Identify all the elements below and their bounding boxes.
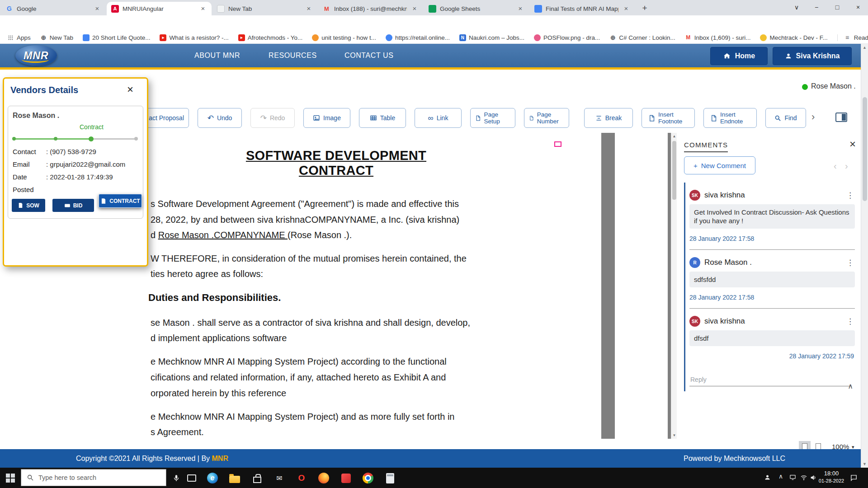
tab-close-icon[interactable]: × xyxy=(622,5,630,13)
bookmark-csharp-corner[interactable]: ⊕C# Corner : Lookin... xyxy=(609,34,675,41)
editor-scrollbar[interactable]: ▲ ▼ xyxy=(671,133,677,439)
taskbar-clock[interactable]: 18:00 01-28-2022 xyxy=(817,470,845,484)
tab-search-caret-icon[interactable]: ∨ xyxy=(787,0,807,14)
reply-input[interactable] xyxy=(689,373,852,386)
document-page[interactable]: SOFTWARE DEVELOPMENT CONTRACT s Software… xyxy=(148,133,601,439)
find-button[interactable]: Find xyxy=(765,108,806,128)
nav-contact-us[interactable]: CONTACT US xyxy=(344,44,394,67)
slider-dot[interactable] xyxy=(134,137,138,141)
tab-mnruiangular[interactable]: A MNRUIAngular × xyxy=(107,2,212,15)
comment-menu-icon[interactable]: ⋮ xyxy=(846,317,854,326)
insert-footnote-button[interactable]: Insert Footnote xyxy=(642,108,695,128)
bookmark-new-tab[interactable]: ⊕New Tab xyxy=(40,34,73,41)
mail-icon[interactable]: ✉ xyxy=(274,473,285,483)
page-number-button[interactable]: Page Number xyxy=(524,108,569,128)
store-icon[interactable] xyxy=(252,473,263,483)
site-favicon xyxy=(312,34,319,41)
start-button[interactable] xyxy=(6,474,15,483)
contract-button[interactable]: CONTRACT xyxy=(99,194,142,208)
image-button[interactable]: Image xyxy=(303,108,350,128)
edge-icon[interactable]: e xyxy=(207,473,218,483)
tab-close-icon[interactable]: × xyxy=(516,5,524,13)
bookmark-posflow[interactable]: POSFlow.png - dra... xyxy=(534,34,600,41)
link-button[interactable]: ∞Link xyxy=(415,108,462,128)
mic-icon[interactable] xyxy=(171,473,182,483)
vendor-progress-slider[interactable] xyxy=(13,136,137,141)
bookmark-naukri[interactable]: NNaukri.com – Jobs... xyxy=(459,34,524,41)
action-center-icon[interactable] xyxy=(850,474,858,483)
opera-icon[interactable]: O xyxy=(296,473,307,483)
footer-brand[interactable]: MNR xyxy=(212,455,228,462)
tray-expand-chevron-icon[interactable]: ∧ xyxy=(778,473,783,480)
tab-close-icon[interactable]: × xyxy=(93,5,101,13)
browser-scrollbar[interactable]: ▲ ▼ xyxy=(861,44,868,468)
taskbar-search[interactable] xyxy=(21,469,166,486)
tab-close-icon[interactable]: × xyxy=(305,5,313,13)
table-button[interactable]: Table xyxy=(359,108,406,128)
side-panel-toggle-icon[interactable] xyxy=(835,113,847,122)
task-view-button[interactable] xyxy=(186,473,197,483)
comments-next-chevron[interactable]: › xyxy=(845,161,848,171)
bookmark-retail-online[interactable]: https://retail.online... xyxy=(386,34,450,41)
calculator-icon[interactable] xyxy=(385,473,396,483)
new-tab-button[interactable]: + xyxy=(638,2,651,15)
browser-scrollbar-thumb[interactable] xyxy=(863,97,867,201)
firefox-icon[interactable] xyxy=(318,473,329,483)
slider-dot[interactable] xyxy=(54,137,57,141)
slider-dot[interactable] xyxy=(12,137,16,141)
nav-resources[interactable]: RESOURCES xyxy=(269,44,317,67)
bookmark-inbox[interactable]: MInbox (1,609) - suri... xyxy=(685,34,751,41)
home-button[interactable]: Home xyxy=(710,47,768,65)
file-explorer-icon[interactable] xyxy=(229,473,240,483)
comment-menu-icon[interactable]: ⋮ xyxy=(846,191,854,200)
bookmark-unit-testing[interactable]: unit testing - how t... xyxy=(312,34,376,41)
scroll-up-icon[interactable]: ▲ xyxy=(861,45,868,50)
scroll-up-icon[interactable]: ▲ xyxy=(671,134,677,138)
insert-endnote-button[interactable]: Insert Endnote xyxy=(703,108,757,128)
people-tray-icon[interactable] xyxy=(764,474,771,483)
bookmark-resistor[interactable]: ▸What is a resistor? -... xyxy=(160,34,228,41)
chrome-icon[interactable] xyxy=(363,473,373,483)
comments-collapse-chevron-icon[interactable]: ∧ xyxy=(848,382,853,390)
new-comment-button[interactable]: + New Comment xyxy=(684,156,755,174)
page-setup-button[interactable]: Page Setup xyxy=(470,108,515,128)
comments-close-icon[interactable]: × xyxy=(849,138,856,150)
tab-new-tab[interactable]: New Tab × xyxy=(212,2,317,15)
break-button[interactable]: Break xyxy=(584,108,633,128)
sow-button[interactable]: SOW xyxy=(12,199,45,212)
user-button[interactable]: Siva Krishna xyxy=(773,47,852,65)
nav-about-mnr[interactable]: ABOUT MNR xyxy=(194,44,240,67)
comments-prev-chevron[interactable]: ‹ xyxy=(834,161,837,171)
window-close-button[interactable]: × xyxy=(848,0,868,14)
tab-close-icon[interactable]: × xyxy=(199,5,207,13)
bookmark-mechtrack[interactable]: Mechtrack - Dev - F... xyxy=(760,34,827,41)
mnr-logo[interactable]: MNR xyxy=(15,45,57,66)
tab-google[interactable]: G Google × xyxy=(1,2,106,15)
comment-marker-icon[interactable] xyxy=(554,141,561,147)
window-maximize-button[interactable]: □ xyxy=(827,0,847,14)
tab-final-tests[interactable]: Final Tests of MNR AI Mapping S × xyxy=(530,2,635,15)
bookmark-quotes[interactable]: 20 Short Life Quote... xyxy=(83,34,150,41)
tab-close-icon[interactable]: × xyxy=(410,5,419,13)
reading-list-button[interactable]: ≡Reading list xyxy=(837,34,868,41)
bid-button[interactable]: BID xyxy=(52,199,94,212)
bookmark-apps[interactable]: Apps xyxy=(7,34,31,41)
display-tray-icon[interactable] xyxy=(789,474,796,483)
editor-scrollbar-thumb[interactable] xyxy=(672,141,676,200)
media-app-icon[interactable] xyxy=(340,473,351,483)
toolbar-overflow-chevron[interactable]: › xyxy=(811,111,815,123)
tab-google-sheets[interactable]: Google Sheets × xyxy=(424,2,529,15)
taskbar-search-input[interactable] xyxy=(38,474,147,481)
scroll-down-icon[interactable]: ▼ xyxy=(861,462,868,466)
bookmark-afrotechmods[interactable]: ▸Afrotechmods - Yo... xyxy=(238,34,303,41)
scroll-down-icon[interactable]: ▼ xyxy=(671,433,677,437)
undo-button[interactable]: ↶Undo xyxy=(198,108,242,128)
vendors-close-icon[interactable]: × xyxy=(127,83,133,96)
window-minimize-button[interactable]: − xyxy=(807,0,826,14)
volume-icon[interactable] xyxy=(810,474,817,483)
comment-menu-icon[interactable]: ⋮ xyxy=(846,258,854,267)
tab-gmail-inbox[interactable]: M Inbox (188) - suri@mechknowso × xyxy=(318,2,423,15)
redo-button[interactable]: ↷Redo xyxy=(250,108,295,128)
slider-dot-active[interactable] xyxy=(89,136,94,141)
wifi-icon[interactable] xyxy=(800,474,807,483)
